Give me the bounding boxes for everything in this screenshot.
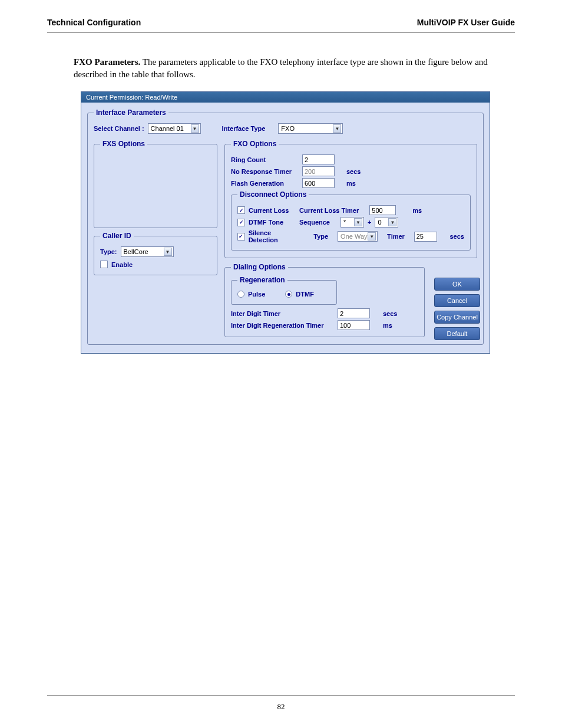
sequence-a-dropdown[interactable]: * ▼: [340, 217, 364, 228]
regeneration-legend: Regeneration: [237, 276, 287, 284]
dtmf-tone-checkbox[interactable]: ✓: [237, 219, 245, 226]
dialing-options-fieldset: Dialing Options Regeneration Pulse DTMF: [224, 263, 425, 337]
current-loss-timer-unit: ms: [412, 207, 422, 214]
silence-timer-unit: secs: [450, 233, 464, 240]
silence-checkbox[interactable]: ✓: [237, 233, 245, 241]
fxo-options-legend: FXO Options: [231, 140, 279, 148]
flash-input[interactable]: 600: [302, 178, 335, 188]
page-number: 82: [277, 702, 285, 711]
header-right: MultiVOIP FX User Guide: [417, 18, 515, 27]
flash-label: Flash Generation: [231, 180, 299, 187]
intro-bold: FXO Parameters.: [74, 57, 140, 67]
pulse-label: Pulse: [248, 291, 265, 298]
silence-timer-input[interactable]: 25: [414, 232, 437, 242]
sequence-plus: +: [368, 219, 371, 226]
inter-digit-regen-label: Inter Digit Regeneration Timer: [231, 322, 334, 329]
chevron-down-icon: ▼: [333, 124, 341, 133]
dtmf-radio[interactable]: [285, 291, 292, 298]
silence-type-label: Type: [313, 233, 328, 240]
fxo-options-fieldset: FXO Options Ring Count 2 No Response Tim…: [224, 140, 477, 258]
caller-id-fieldset: Caller ID Type: BellCore ▼ ✓ Enable: [94, 232, 217, 275]
chevron-down-icon: ▼: [388, 218, 396, 226]
current-loss-timer-label: Current Loss Timer: [299, 207, 359, 214]
no-response-unit: secs: [346, 168, 361, 175]
chevron-down-icon: ▼: [368, 232, 376, 241]
inter-digit-regen-input[interactable]: 100: [338, 320, 370, 330]
no-response-label: No Response Timer: [231, 168, 299, 175]
select-channel-dropdown[interactable]: Channel 01 ▼: [148, 123, 201, 134]
flash-unit: ms: [346, 180, 356, 187]
fxs-options-fieldset: FXS Options: [94, 140, 217, 228]
sequence-label: Sequence: [299, 219, 330, 226]
caller-id-type-value: BellCore: [124, 248, 148, 255]
select-channel-label: Select Channel :: [94, 125, 144, 132]
ring-count-input[interactable]: 2: [302, 154, 335, 164]
current-loss-checkbox[interactable]: ✓: [237, 206, 245, 214]
ok-button[interactable]: OK: [434, 278, 480, 291]
sequence-a-value: *: [343, 219, 346, 226]
no-response-input[interactable]: 200: [302, 166, 335, 176]
interface-parameters-fieldset: Interface Parameters Select Channel : Ch…: [87, 108, 484, 345]
fxs-options-legend: FXS Options: [100, 140, 147, 148]
current-loss-label: Current Loss: [249, 207, 296, 214]
current-loss-timer-input[interactable]: 500: [369, 205, 396, 215]
silence-timer-label: Timer: [387, 233, 405, 240]
chevron-down-icon: ▼: [164, 248, 172, 256]
dialog-window: Current Permission: Read/Write Interface…: [81, 91, 490, 354]
dtmf-tone-label: DTMF Tone: [249, 219, 296, 226]
caller-id-enable-checkbox[interactable]: ✓: [100, 261, 108, 268]
ring-count-label: Ring Count: [231, 156, 299, 163]
caller-id-type-label: Type:: [100, 248, 117, 255]
silence-type-dropdown[interactable]: One Way ▼: [338, 231, 378, 242]
intro-paragraph: FXO Parameters. The parameters applicabl…: [74, 56, 497, 81]
caller-id-legend: Caller ID: [100, 232, 134, 240]
inter-digit-label: Inter Digit Timer: [231, 310, 334, 317]
pulse-radio[interactable]: [237, 291, 244, 298]
dialing-options-legend: Dialing Options: [231, 263, 288, 271]
chevron-down-icon: ▼: [191, 124, 199, 133]
cancel-button[interactable]: Cancel: [434, 294, 480, 307]
regeneration-fieldset: Regeneration Pulse DTMF: [231, 276, 337, 305]
sequence-b-value: 0: [378, 219, 381, 226]
footer-rule: [47, 696, 515, 696]
inter-digit-regen-unit: ms: [383, 322, 392, 329]
header-left: Technical Configuration: [47, 18, 141, 27]
dtmf-label: DTMF: [296, 291, 314, 298]
interface-type-label: Interface Type: [222, 125, 266, 132]
interface-parameters-legend: Interface Parameters: [94, 108, 168, 117]
caller-id-type-dropdown[interactable]: BellCore ▼: [121, 246, 174, 257]
sequence-b-dropdown[interactable]: 0 ▼: [375, 217, 398, 228]
silence-type-value: One Way: [340, 233, 367, 240]
interface-type-dropdown[interactable]: FXO ▼: [278, 123, 343, 134]
disconnect-options-legend: Disconnect Options: [237, 190, 309, 199]
disconnect-options-fieldset: Disconnect Options ✓ Current Loss Curren…: [231, 190, 471, 251]
copy-channel-button[interactable]: Copy Channel: [434, 311, 480, 324]
caller-id-enable-label: Enable: [111, 261, 133, 268]
silence-label: Silence Detection: [249, 229, 301, 243]
dialog-titlebar: Current Permission: Read/Write: [81, 92, 490, 103]
inter-digit-unit: secs: [383, 310, 397, 317]
inter-digit-input[interactable]: 2: [338, 308, 370, 318]
interface-type-value: FXO: [281, 125, 295, 132]
chevron-down-icon: ▼: [354, 218, 362, 226]
select-channel-value: Channel 01: [151, 125, 184, 132]
default-button[interactable]: Default: [434, 327, 480, 340]
